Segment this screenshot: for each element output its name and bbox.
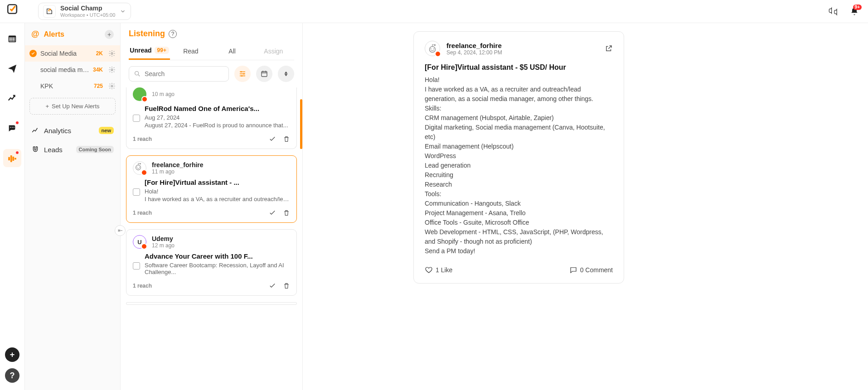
- card-date: Aug 27, 2024: [145, 114, 290, 121]
- filter-button[interactable]: [234, 66, 251, 82]
- detail-column: freelance_forhire Sep 4, 2024, 12:00 PM …: [303, 23, 868, 390]
- svg-point-23: [430, 47, 436, 53]
- svg-rect-10: [15, 158, 16, 159]
- delete-icon[interactable]: [283, 209, 290, 217]
- alerts-title: Alerts: [44, 30, 100, 39]
- setup-label: Set Up New Alerts: [52, 103, 100, 110]
- svg-rect-9: [13, 157, 14, 160]
- feed-card[interactable]: 10 m ago FuelRod Named One of America's.…: [126, 87, 297, 149]
- card-time: 11 m ago: [152, 169, 204, 175]
- svg-point-15: [241, 71, 242, 72]
- add-alert-button[interactable]: +: [105, 30, 114, 39]
- new-badge: new: [99, 127, 114, 134]
- like-button[interactable]: 1 Like: [425, 266, 452, 274]
- svg-point-4: [10, 127, 11, 128]
- card-checkbox[interactable]: [133, 262, 140, 270]
- feedback-icon[interactable]: [828, 7, 840, 16]
- avatar: [425, 41, 440, 56]
- workspace-name: Social Champ: [60, 5, 115, 12]
- svg-point-21: [139, 167, 140, 168]
- nav-engage-dot: [15, 121, 19, 125]
- reddit-badge-icon: [141, 243, 147, 250]
- setup-new-alerts-button[interactable]: + Set Up New Alerts: [29, 98, 116, 115]
- alert-item-kpk[interactable]: KPK 725: [25, 78, 120, 94]
- workspace-switcher[interactable]: Social Champ Workspace • UTC+05:00: [38, 3, 131, 20]
- tab-all[interactable]: All: [212, 47, 253, 60]
- tab-label: Assign: [264, 48, 283, 55]
- gear-icon[interactable]: [108, 66, 116, 73]
- alert-label: social media ma...: [40, 66, 89, 73]
- magnet-icon: [31, 145, 39, 154]
- alert-count: 2K: [96, 50, 103, 57]
- nav-calendar[interactable]: [3, 29, 21, 48]
- card-author: Udemy: [152, 235, 175, 242]
- tab-read[interactable]: Read: [170, 47, 211, 60]
- search-input[interactable]: [145, 70, 224, 77]
- card-checkbox[interactable]: [133, 188, 140, 196]
- mark-read-icon[interactable]: [268, 135, 276, 143]
- help-button[interactable]: ?: [5, 368, 19, 383]
- reddit-badge-icon: [141, 96, 148, 102]
- search-box[interactable]: [129, 66, 229, 82]
- feed-card-partial[interactable]: [126, 302, 297, 305]
- scrollbar-thumb[interactable]: [300, 99, 302, 149]
- tab-label: All: [228, 48, 236, 55]
- avatar: [133, 161, 146, 175]
- sort-button[interactable]: [278, 66, 294, 82]
- svg-point-20: [136, 167, 137, 168]
- nav-listening[interactable]: [3, 149, 21, 167]
- card-title: [For Hire]Virtual assistant - ...: [145, 178, 290, 186]
- alerts-icon: @: [31, 29, 39, 39]
- tab-unread[interactable]: Unread 99+: [129, 47, 170, 60]
- notifications-button[interactable]: 9+: [850, 6, 859, 16]
- open-external-icon[interactable]: [605, 44, 613, 53]
- card-title: FuelRod Named One of America's...: [145, 105, 290, 112]
- card-reach: 1 reach: [133, 210, 152, 216]
- comment-button[interactable]: 0 Comment: [569, 266, 613, 274]
- date-filter-button[interactable]: [256, 66, 272, 82]
- svg-rect-7: [9, 157, 10, 160]
- card-reach: 1 reach: [133, 136, 152, 142]
- side-panel: @ Alerts + Social Media 2K social media …: [25, 23, 121, 390]
- nav-send[interactable]: [3, 59, 21, 77]
- detail-body: Hola! I have worked as a VA, as a recrui…: [425, 75, 613, 256]
- gear-icon[interactable]: [108, 50, 116, 57]
- add-button[interactable]: +: [5, 347, 19, 362]
- reddit-badge-icon: [141, 169, 147, 176]
- nav-analytics[interactable]: [3, 89, 21, 107]
- check-icon: [29, 50, 37, 57]
- workspace-subtitle: Workspace • UTC+05:00: [60, 12, 115, 18]
- help-icon[interactable]: ?: [169, 30, 177, 38]
- feed-card[interactable]: U Udemy 12 m ago Advance Your Career wit…: [126, 229, 297, 296]
- like-label: 1 Like: [436, 266, 452, 274]
- svg-point-22: [140, 163, 141, 164]
- avatar: U: [133, 235, 146, 249]
- svg-point-26: [434, 44, 436, 46]
- alert-item-social-media[interactable]: Social Media 2K: [25, 45, 120, 62]
- nav-listening-dot: [15, 151, 19, 154]
- card-author: freelance_forhire: [152, 161, 204, 169]
- svg-point-25: [433, 48, 434, 49]
- svg-point-11: [111, 53, 113, 54]
- feed-card[interactable]: freelance_forhire 11 m ago [For Hire]Vir…: [126, 155, 297, 223]
- nav-leads[interactable]: Leads Coming Soon: [25, 140, 120, 159]
- top-bar: Social Champ Workspace • UTC+05:00 9+: [0, 0, 868, 23]
- gear-icon[interactable]: [108, 82, 116, 90]
- nav-engage[interactable]: [3, 119, 21, 137]
- svg-point-19: [136, 165, 141, 170]
- card-checkbox[interactable]: [133, 115, 140, 122]
- tab-label: Unread: [130, 47, 151, 54]
- detail-time: Sep 4, 2024, 12:00 PM: [446, 49, 502, 56]
- heart-icon: [425, 266, 433, 274]
- mark-read-icon[interactable]: [268, 282, 276, 290]
- card-snippet: I have worked as a VA, as a recruiter an…: [145, 196, 290, 202]
- alert-item-social-media-ma[interactable]: social media ma... 34K: [25, 62, 120, 78]
- delete-icon[interactable]: [283, 135, 290, 143]
- mark-read-icon[interactable]: [268, 209, 276, 217]
- nav-analytics[interactable]: Analytics new: [25, 121, 120, 140]
- app-logo[interactable]: [6, 3, 18, 15]
- delete-icon[interactable]: [283, 282, 290, 290]
- search-icon: [134, 70, 141, 77]
- card-time: 12 m ago: [152, 242, 175, 249]
- chart-icon: [31, 126, 39, 135]
